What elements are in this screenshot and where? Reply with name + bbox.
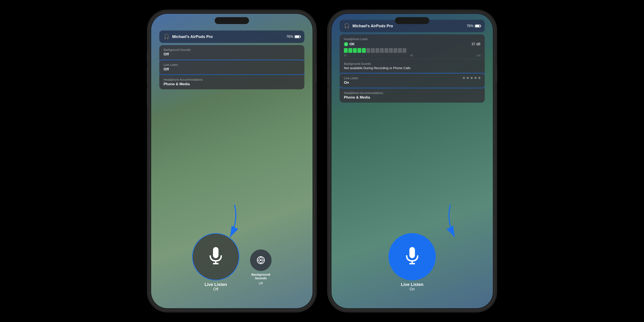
headphone-accom-label-left: Headphone Accommodations — [164, 78, 300, 81]
airpods-icon-right: 🎧 — [343, 22, 350, 30]
phone-right: 🎧 Michael's AirPods Pro 76% Headphone Le… — [328, 11, 496, 311]
side-button-right — [495, 65, 497, 82]
svg-rect-13 — [409, 247, 415, 258]
svg-rect-2 — [295, 36, 299, 38]
live-listen-button-right[interactable]: Live Listen On — [388, 233, 436, 292]
headphone-level-section: Headphone Level ✓ OK 37 dB — [340, 34, 485, 59]
live-listen-state-left: Off — [204, 287, 227, 292]
bar-11 — [389, 48, 393, 53]
dot-1 — [463, 77, 465, 79]
card-body-right: Headphone Level ✓ OK 37 dB — [340, 34, 485, 102]
bg-sounds-value-right: Not available During Recording or Phone … — [344, 66, 480, 70]
bar-12 — [394, 48, 397, 53]
svg-rect-10 — [480, 25, 481, 26]
device-name-left: Michael's AirPods Pro — [172, 34, 284, 39]
bar-9 — [380, 48, 384, 53]
live-listen-label-left: Live Listen — [164, 63, 300, 66]
vol-up-left — [147, 67, 149, 84]
dot-3 — [470, 77, 473, 79]
live-listen-text-right: Live Listen — [401, 282, 423, 287]
mark-80: 80 — [410, 54, 413, 57]
live-listen-state-right: On — [401, 287, 423, 292]
live-listen-dots — [463, 77, 480, 79]
live-listen-section-left[interactable]: Live Listen Off — [159, 60, 304, 75]
headphone-accom-section-left: Headphone Accommodations Phone & Media — [159, 75, 304, 89]
ok-circle: ✓ — [344, 42, 348, 46]
phone-screen-right: 🎧 Michael's AirPods Pro 76% Headphone Le… — [331, 13, 493, 309]
headphone-level-label: Headphone Level — [344, 37, 480, 41]
live-listen-label-right: Live Listen — [344, 76, 358, 80]
svg-rect-4 — [213, 247, 218, 258]
bar-5 — [362, 48, 366, 53]
arrow-svg-left — [217, 203, 243, 241]
ok-text: OK — [350, 42, 355, 46]
bar-10 — [384, 48, 388, 53]
svg-rect-1 — [300, 36, 301, 37]
battery-percent-right: 76% — [467, 24, 474, 28]
card-container-right: 🎧 Michael's AirPods Pro 76% Headphone Le… — [340, 20, 485, 102]
battery-icon-left — [294, 35, 301, 38]
vol-silent-left — [147, 52, 149, 63]
live-listen-icon-label-left: Live Listen Off — [204, 282, 227, 292]
bar-6 — [366, 48, 370, 53]
battery-percent-left: 76% — [286, 35, 293, 39]
live-listen-section-right[interactable]: Live Listen On — [340, 73, 485, 88]
bar-13 — [398, 48, 402, 53]
bar-1 — [344, 48, 348, 53]
mic-icon-right — [404, 247, 421, 266]
bg-sounds-section-left: Background Sounds Off — [159, 45, 304, 60]
vol-down-right — [327, 88, 329, 106]
bar-3 — [353, 48, 357, 53]
phone-screen-left: 🎧 Michael's AirPods Pro 76% Background S… — [151, 13, 313, 309]
airpods-header-right: 🎧 Michael's AirPods Pro 76% — [340, 20, 485, 32]
vol-up-right — [327, 67, 329, 84]
headphone-accom-value-right: Phone & Media — [344, 95, 480, 100]
bg-sounds-label-right: Background Sounds — [344, 62, 480, 66]
bar-4 — [358, 48, 361, 53]
headphone-accom-label-right: Headphone Accommodations — [344, 91, 480, 95]
level-bar-container — [344, 48, 480, 53]
card-body-left: Background Sounds Off Live Listen Off He… — [159, 45, 304, 89]
bar-2 — [348, 48, 352, 53]
mic-icon-left — [207, 247, 224, 266]
airpods-header-left: 🎧 Michael's AirPods Pro 76% — [159, 30, 304, 43]
mark-110: 110 — [476, 54, 480, 57]
live-listen-text-group-right: Live Listen On — [344, 76, 358, 85]
bar-8 — [376, 48, 379, 53]
phone-left: 🎧 Michael's AirPods Pro 76% Background S… — [148, 11, 316, 311]
headphone-level-row: ✓ OK 37 dB — [344, 42, 480, 46]
dot-2 — [467, 77, 469, 79]
bottom-area-right: Live Listen On — [331, 233, 493, 292]
live-listen-icon-label-right: Live Listen On — [401, 282, 423, 292]
arrow-right — [442, 203, 468, 242]
live-listen-value-right: On — [344, 80, 358, 85]
bg-sounds-circle-left[interactable] — [250, 250, 272, 271]
bar-14 — [402, 48, 406, 53]
bg-sounds-section-right: Background Sounds Not available During R… — [340, 59, 485, 73]
dot-4 — [474, 77, 476, 79]
live-listen-circle-right[interactable] — [388, 233, 436, 280]
arrow-left — [217, 203, 243, 242]
icon-row-right: Live Listen On — [388, 233, 436, 292]
headphone-accom-section-right: Headphone Accommodations Phone & Media — [340, 88, 485, 102]
level-marks: 20 80 110 — [344, 54, 480, 57]
vol-silent-right — [327, 52, 329, 63]
bg-sounds-state-left: Off — [259, 282, 263, 285]
battery-info-left: 76% — [286, 35, 301, 39]
live-listen-row-right: Live Listen On — [344, 76, 480, 85]
db-value: 37 dB — [472, 42, 480, 46]
mark-20: 20 — [344, 54, 346, 57]
live-listen-text-left: Live Listen — [204, 282, 227, 287]
bg-sounds-value-left: Off — [164, 52, 300, 56]
battery-icon-right — [475, 24, 481, 28]
bg-sounds-label-left: Background Sounds — [164, 48, 300, 52]
svg-rect-11 — [476, 25, 480, 27]
headphone-accom-value-left: Phone & Media — [164, 82, 300, 86]
ok-badge: ✓ OK — [344, 42, 355, 46]
bg-sounds-button-left[interactable]: Background Sounds Off — [250, 250, 272, 285]
bg-sounds-label-bottom-left: Background Sounds — [250, 273, 272, 280]
device-name-right: Michael's AirPods Pro — [352, 24, 464, 28]
side-button-left — [315, 65, 317, 82]
airpods-icon-left: 🎧 — [163, 33, 170, 40]
bar-7 — [371, 48, 375, 53]
